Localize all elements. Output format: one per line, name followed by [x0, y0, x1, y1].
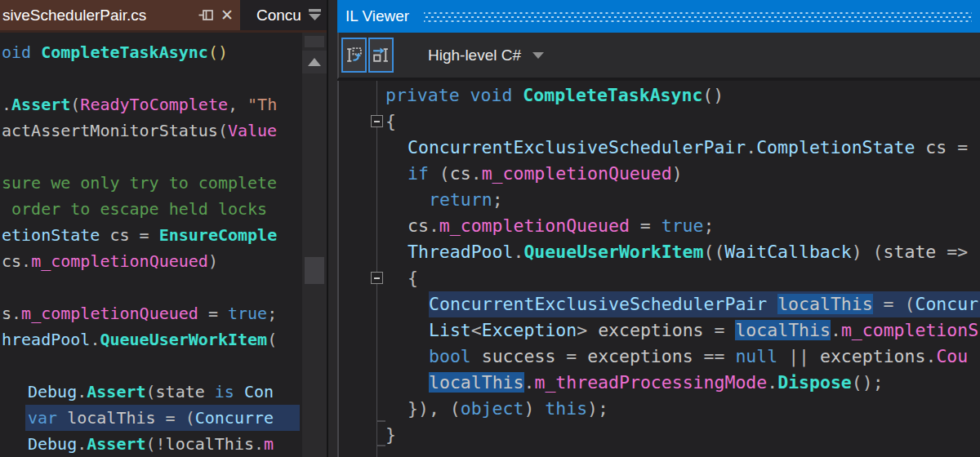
- code-line[interactable]: cs.m_completionQueued = true;: [408, 213, 714, 239]
- tab-source-file[interactable]: siveSchedulerPair.cs ✕: [0, 0, 240, 30]
- code-line[interactable]: oid CompleteTaskAsync(): [2, 39, 228, 65]
- code-line[interactable]: hreadPool.QueueUserWorkItem(: [2, 326, 277, 353]
- code-line[interactable]: {: [408, 265, 418, 291]
- code-line[interactable]: if (cs.m_completionQueued): [408, 161, 683, 187]
- il-code-area: private void CompleteTaskAsync(){Concurr…: [337, 81, 980, 457]
- titlebar-grip: [424, 12, 972, 23]
- code-line[interactable]: ConcurrentExclusiveSchedulerPair.Complet…: [408, 135, 968, 161]
- left-scrollbar[interactable]: [302, 33, 327, 457]
- chevron-down-icon: [532, 52, 544, 59]
- code-line[interactable]: s.m_completionQueued = true;: [2, 300, 277, 326]
- code-line[interactable]: private void CompleteTaskAsync(): [385, 82, 724, 109]
- code-line[interactable]: {: [385, 109, 396, 135]
- code-line[interactable]: List<Exception> exceptions = localThis.m…: [429, 317, 978, 344]
- code-line[interactable]: }), (object) this);: [408, 396, 608, 422]
- code-line[interactable]: return;: [429, 187, 503, 213]
- pane-splitter[interactable]: [327, 0, 337, 457]
- collapse-toggle[interactable]: [371, 115, 383, 127]
- code-line[interactable]: ConcurrentExclusiveSchedulerPair localTh…: [429, 291, 978, 317]
- code-line[interactable]: .Assert(ReadyToComplete, "Th: [2, 91, 277, 118]
- code-line[interactable]: localThis.m_threadProcessingMode.Dispose…: [429, 370, 884, 396]
- collapse-toggle[interactable]: [371, 272, 383, 284]
- code-line[interactable]: ThreadPool.QueueUserWorkItem((WaitCallba…: [408, 239, 968, 265]
- code-line[interactable]: cs.m_completionQueued): [2, 248, 218, 274]
- tab-concurrent-file[interactable]: Concu: [240, 0, 327, 30]
- structure-guide-corner: [376, 445, 385, 446]
- sync-caret-from-source-icon: [372, 46, 390, 64]
- code-line[interactable]: order to escape held locks: [2, 196, 267, 222]
- structure-guide-line: [376, 81, 377, 457]
- source-editor-pane: siveSchedulerPair.cs ✕ Concu: [0, 0, 327, 457]
- minus-icon: [374, 121, 380, 122]
- sync-caret-in-il-button[interactable]: [341, 38, 367, 73]
- scrollbar-thumb[interactable]: [305, 257, 324, 284]
- pin-icon[interactable]: [198, 7, 215, 24]
- il-viewer-pane: IL Viewer: [337, 0, 980, 457]
- view-mode-dropdown[interactable]: High-level C#: [428, 47, 521, 64]
- scroll-up-button[interactable]: [302, 51, 327, 73]
- scroll-up-arrow-icon: [308, 58, 321, 66]
- code-line[interactable]: sure we only try to complete: [2, 170, 277, 196]
- sync-caret-from-source-button[interactable]: [368, 38, 394, 73]
- code-line[interactable]: bool success = exceptions == null || exc…: [429, 344, 968, 370]
- source-code-area: oid CompleteTaskAsync().Assert(ReadyToCo…: [0, 35, 302, 457]
- il-viewer-toolbar: High-level C#: [337, 33, 980, 79]
- chevron-down-icon[interactable]: [306, 8, 324, 22]
- scrollbar-top-box: [305, 36, 324, 47]
- tab-title: siveSchedulerPair.cs: [2, 7, 194, 24]
- code-line[interactable]: Debug.Assert(!localThis.m: [28, 431, 274, 457]
- sync-caret-in-il-icon: [345, 46, 363, 64]
- structure-guide-corner: [376, 420, 385, 422]
- code-line[interactable]: etionState cs = EnsureComple: [2, 222, 277, 248]
- code-line[interactable]: }: [385, 422, 396, 448]
- minus-icon: [374, 277, 380, 279]
- code-line[interactable]: Debug.Assert(state is Con: [28, 379, 274, 405]
- code-line[interactable]: actAssertMonitorStatus(Value: [2, 118, 277, 144]
- il-viewer-titlebar[interactable]: IL Viewer: [337, 0, 980, 33]
- il-viewer-title: IL Viewer: [345, 7, 409, 25]
- editor-tab-bar: siveSchedulerPair.cs ✕ Concu: [0, 0, 327, 33]
- close-icon[interactable]: ✕: [220, 6, 234, 24]
- tab-title: Concu: [256, 7, 301, 24]
- ide-window: siveSchedulerPair.cs ✕ Concu: [0, 0, 980, 457]
- code-line[interactable]: var localThis = (Concurre: [28, 405, 274, 431]
